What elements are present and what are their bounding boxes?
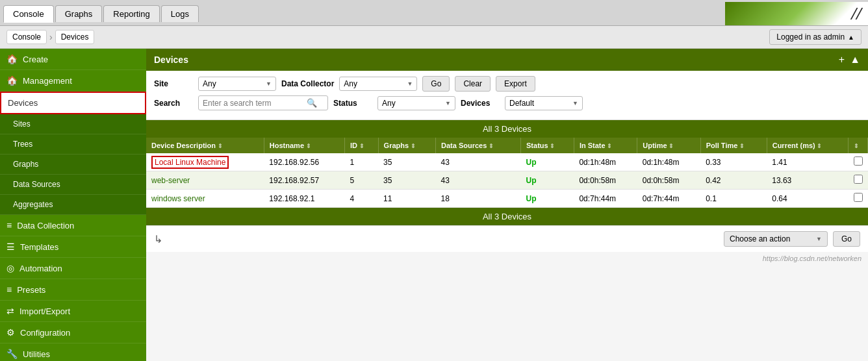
col-poll-time[interactable]: Poll Time xyxy=(700,138,767,153)
filter-bar: Site Any Data Collector Any Go Clear Exp… xyxy=(146,71,868,120)
sidebar-item-aggregates[interactable]: Aggregates xyxy=(0,195,146,215)
data-collector-filter-label: Data Collector xyxy=(281,79,334,88)
table-cell: 0d:1h:48m xyxy=(637,153,700,171)
templates-icon: ☰ xyxy=(6,242,15,252)
table-cell: 43 xyxy=(436,171,521,190)
breadcrumb-console[interactable]: Console xyxy=(6,30,47,44)
filter-row-2: Search 🔍 Status Any Devices Default xyxy=(154,95,860,110)
site-filter-select[interactable]: Any xyxy=(198,77,276,91)
devices-header-actions: + ▲ xyxy=(839,54,860,66)
devices-panel-header: Devices + ▲ xyxy=(146,49,868,71)
device-link[interactable]: web-server xyxy=(151,176,190,185)
add-device-button[interactable]: + xyxy=(839,54,845,66)
watermark: https://blog.csdn.net/networken xyxy=(146,252,868,265)
table-cell: 0.33 xyxy=(700,153,767,171)
table-cell: 4 xyxy=(345,190,379,208)
sidebar-item-data-sources[interactable]: Data Sources xyxy=(0,175,146,195)
table-cell: 192.168.92.1 xyxy=(264,190,344,208)
action-select[interactable]: Choose an action xyxy=(724,231,828,247)
sidebar-item-data-collection[interactable]: ≡ Data Collection xyxy=(0,215,146,236)
table-cell: 13.63 xyxy=(767,171,848,190)
table-cell: 0d:1h:48m xyxy=(574,153,637,171)
data-collector-filter-select[interactable]: Any xyxy=(339,77,417,91)
table-footer-bar: All 3 Devices xyxy=(146,208,868,225)
table-cell: 5 xyxy=(345,171,379,190)
sidebar-item-sites-label: Sites xyxy=(13,119,31,129)
device-link[interactable]: Local Linux Machine xyxy=(151,156,229,169)
devices-filter-value: Default xyxy=(509,99,534,108)
content-area: Devices + ▲ Site Any Data Collector Any … xyxy=(146,49,868,361)
export-button[interactable]: Export xyxy=(496,76,535,92)
row-checkbox-cell xyxy=(849,190,868,208)
sidebar-item-templates[interactable]: ☰ Templates xyxy=(0,236,146,258)
create-icon: 🏠 xyxy=(6,54,18,64)
row-checkbox[interactable] xyxy=(854,193,863,202)
action-go-button[interactable]: Go xyxy=(833,231,860,247)
status-cell: Up xyxy=(521,171,574,190)
site-filter-value: Any xyxy=(203,79,216,88)
sidebar-item-create[interactable]: 🏠 Create xyxy=(0,49,146,70)
table-cell: 43 xyxy=(436,153,521,171)
logged-in-label: Logged in as admin xyxy=(769,29,862,45)
sidebar-item-presets[interactable]: ≡ Presets xyxy=(0,279,146,301)
search-input[interactable] xyxy=(203,99,307,108)
devices-table-section: All 3 Devices Device Description Hostnam… xyxy=(146,120,868,225)
sidebar-item-graphs[interactable]: Graphs xyxy=(0,155,146,175)
col-in-state[interactable]: In State xyxy=(574,138,637,153)
table-cell: 0d:0h:58m xyxy=(637,171,700,190)
table-cell: 35 xyxy=(378,153,435,171)
data-collector-filter-value: Any xyxy=(344,79,357,88)
sidebar-item-configuration[interactable]: ⚙ Configuration xyxy=(0,322,146,343)
top-nav: Console Graphs Reporting Logs // xyxy=(0,0,868,26)
col-select xyxy=(849,138,868,153)
sidebar-item-sites[interactable]: Sites xyxy=(0,114,146,134)
table-cell: 192.168.92.57 xyxy=(264,171,344,190)
sidebar-item-automation[interactable]: ◎ Automation xyxy=(0,258,146,279)
col-current[interactable]: Current (ms) xyxy=(767,138,848,153)
table-cell: 1 xyxy=(345,153,379,171)
table-cell: 0.1 xyxy=(700,190,767,208)
col-id[interactable]: ID xyxy=(345,138,379,153)
col-status[interactable]: Status xyxy=(521,138,574,153)
action-right: Choose an action Go xyxy=(724,231,860,247)
device-link[interactable]: windows server xyxy=(151,194,205,203)
configuration-icon: ⚙ xyxy=(6,327,15,338)
col-description[interactable]: Device Description xyxy=(146,138,264,153)
app-logo: // xyxy=(725,2,868,25)
tab-reporting[interactable]: Reporting xyxy=(103,5,159,22)
sidebar-item-utilities-label: Utilities xyxy=(23,349,50,359)
tab-logs[interactable]: Logs xyxy=(161,5,199,22)
sidebar-item-management[interactable]: 🏠 Management xyxy=(0,70,146,92)
sidebar-item-trees[interactable]: Trees xyxy=(0,134,146,155)
tab-graphs[interactable]: Graphs xyxy=(55,5,103,22)
col-uptime[interactable]: Uptime xyxy=(637,138,700,153)
sidebar-item-graphs-label: Graphs xyxy=(13,160,38,169)
sidebar-item-data-sources-label: Data Sources xyxy=(13,180,60,189)
col-hostname[interactable]: Hostname xyxy=(264,138,344,153)
table-cell: 0d:7h:44m xyxy=(637,190,700,208)
sidebar-item-automation-label: Automation xyxy=(19,264,62,273)
row-checkbox[interactable] xyxy=(854,156,863,166)
col-graphs[interactable]: Graphs xyxy=(378,138,435,153)
clear-button[interactable]: Clear xyxy=(455,76,491,92)
row-checkbox[interactable] xyxy=(854,175,863,184)
sidebar-item-import-export[interactable]: ⇄ Import/Export xyxy=(0,301,146,322)
collapse-panel-button[interactable]: ▲ xyxy=(850,54,860,66)
sidebar-item-management-label: Management xyxy=(23,76,72,86)
table-header-row: Device Description Hostname ID Graphs Da… xyxy=(146,138,868,153)
sidebar-item-utilities[interactable]: 🔧 Utilities xyxy=(0,343,146,361)
sidebar-item-devices-label: Devices xyxy=(8,98,38,108)
sidebar-item-import-export-label: Import/Export xyxy=(19,306,70,316)
search-icon: 🔍 xyxy=(307,98,317,108)
devices-filter-select[interactable]: Default xyxy=(505,96,583,110)
main-layout: 🏠 Create 🏠 Management Devices Sites Tree… xyxy=(0,49,868,361)
go-button[interactable]: Go xyxy=(422,76,450,92)
devices-filter-label: Devices xyxy=(461,99,500,108)
row-checkbox-cell xyxy=(849,153,868,171)
status-filter-select[interactable]: Any xyxy=(377,96,455,110)
breadcrumb-devices[interactable]: Devices xyxy=(55,30,95,44)
import-export-icon: ⇄ xyxy=(6,306,14,316)
col-data-sources[interactable]: Data Sources xyxy=(436,138,521,153)
sidebar-item-devices[interactable]: Devices xyxy=(0,92,146,114)
tab-console[interactable]: Console xyxy=(3,5,54,23)
